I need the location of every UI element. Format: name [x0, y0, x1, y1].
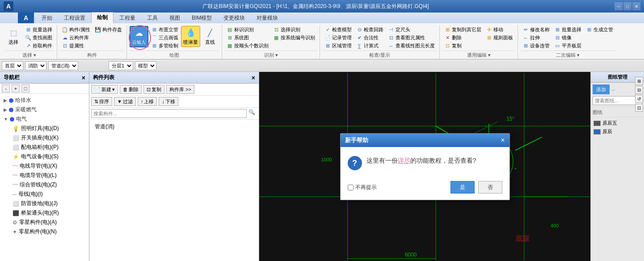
drawing-item-1[interactable]: 原辰五: [593, 119, 642, 127]
tab-bim[interactable]: BIM模型: [186, 13, 218, 23]
nav-item-distribution[interactable]: ⬜ 配电箱柜(电)(P): [2, 143, 87, 152]
btn-equip-connect-pipe[interactable]: ⊞ 设备连管: [521, 42, 551, 50]
floor-select[interactable]: 首层: [2, 61, 23, 70]
btn-modify-name[interactable]: ✏ 修改名称: [521, 26, 551, 34]
tab-quantity[interactable]: 工程量: [114, 13, 141, 23]
tab-quantity2[interactable]: 对量模块: [251, 13, 284, 23]
mode-select[interactable]: 模型: [135, 61, 156, 70]
nav-item-light[interactable]: 💡 照明灯具(电)(D): [2, 124, 87, 133]
app-button[interactable]: A: [18, 13, 34, 23]
btn-cloud-input[interactable]: ☁ 云输入: [130, 26, 148, 47]
btn-select-identify[interactable]: ⊡ 选择识别: [271, 26, 317, 34]
nav-tool-square[interactable]: □: [21, 84, 29, 93]
comp-search-input[interactable]: [91, 109, 247, 118]
btn-filter[interactable]: ▼ 过滤: [114, 97, 136, 106]
nav-item-tray[interactable]: 〰 综合管线(电)(Z): [2, 180, 87, 189]
distribution-icon: ⬜: [13, 144, 19, 151]
btn-sort[interactable]: ⇅ 排序: [91, 97, 112, 106]
btn-calc[interactable]: ∑ 计算式: [354, 42, 385, 50]
btn-view-line-len[interactable]: ↔ 查看线性图元长度: [386, 42, 437, 50]
btn-gen-pipe[interactable]: ⊞ 生成立管: [584, 26, 615, 34]
minimize-button[interactable]: ─: [615, 2, 623, 10]
btn-comp-attr[interactable]: 📋 构件/属性: [60, 26, 92, 34]
btn-add-drawing[interactable]: 添加: [593, 84, 610, 94]
tab-project-settings[interactable]: 工程设置: [58, 13, 91, 23]
btn-record-mgmt[interactable]: 📄 记录管理: [323, 34, 354, 42]
maximize-button[interactable]: □: [623, 2, 631, 10]
btn-multi-draw[interactable]: ⊞ 多管绘制: [149, 42, 180, 50]
btn-copy[interactable]: ⊡ 复制: [442, 42, 483, 50]
right-tool-3[interactable]: ↺: [635, 95, 643, 103]
btn-comp-save[interactable]: 💾 构件存盘: [93, 26, 124, 34]
no-remind-label[interactable]: 不再提示: [348, 184, 447, 191]
btn-legal[interactable]: ✔ 合法性: [354, 34, 385, 42]
nav-item-electric[interactable]: ▼ 电气: [2, 114, 87, 124]
btn-delete[interactable]: ✕ 删除: [442, 34, 483, 42]
btn-flat-board[interactable]: ▭ 平齐板层: [552, 42, 583, 50]
btn-view-elem-attr[interactable]: ⊡ 查看图元属性: [386, 34, 437, 42]
nav-item-heat[interactable]: ▶ 采暖燃气: [2, 105, 87, 114]
btn-ruler-head[interactable]: ⊣ 定尺头: [386, 26, 437, 34]
nav-item-cable[interactable]: 〰 电缆导管(电)(L): [2, 171, 87, 180]
btn-system-diagram[interactable]: ⊞ 系统图: [225, 34, 270, 42]
dialog-cancel-button[interactable]: 否: [478, 181, 502, 194]
pipe-select[interactable]: 管道(消): [48, 61, 78, 70]
system-select[interactable]: 消防: [25, 61, 46, 70]
layer-select[interactable]: 分层1: [109, 61, 133, 70]
electric-dot: [10, 117, 14, 122]
btn-comp-delete[interactable]: 🗑 删除: [120, 85, 142, 94]
btn-three-point-arc[interactable]: ⌒ 三点画弧: [149, 34, 180, 42]
drawing-item-2[interactable]: 原辰: [593, 127, 642, 136]
btn-get-attr[interactable]: ⊡ 提属性: [60, 42, 92, 50]
btn-stretch[interactable]: ↔ 拉伸: [521, 34, 551, 42]
btn-rule-panel[interactable]: ⊞ 规则面板: [484, 34, 515, 42]
nav-item-small-comp[interactable]: ⚙ 零星构件(电)(A): [2, 218, 87, 227]
tab-draw[interactable]: 绘制: [91, 12, 114, 23]
btn-move[interactable]: ✛ 移动: [484, 26, 515, 34]
btn-select-large[interactable]: ⬚ 选择: [4, 26, 22, 47]
dialog-confirm-button[interactable]: 是: [450, 181, 475, 194]
right-tool-4[interactable]: ⊡: [635, 104, 643, 112]
tab-start[interactable]: 开始: [36, 13, 58, 23]
btn-pick-component[interactable]: ↗ 拾取构件: [23, 42, 54, 50]
btn-copy-to-layer[interactable]: ⊞ 复制到其它层: [442, 26, 483, 34]
right-tool-2[interactable]: ⊟: [635, 86, 643, 94]
btn-follow-head-count[interactable]: ▦ 按顺头个数识别: [225, 42, 270, 50]
nav-tool-plus[interactable]: +: [12, 84, 20, 93]
nav-tool-minus[interactable]: -: [2, 84, 10, 93]
comp-list-item-pipe[interactable]: 管道(消): [91, 122, 257, 132]
right-tool-1[interactable]: ⊞: [635, 77, 643, 85]
btn-mirror[interactable]: ⊟ 镜像: [552, 34, 583, 42]
nav-item-switch[interactable]: ⬜ 开关插座(电)(K): [2, 133, 87, 143]
tab-view[interactable]: 视图: [164, 13, 186, 23]
nav-item-star[interactable]: ✦ 零星构件(电)(N): [2, 227, 87, 236]
nav-item-water[interactable]: ▶ 给排水: [2, 96, 87, 105]
modal-close-button[interactable]: ×: [501, 137, 505, 144]
btn-check-circuit[interactable]: ⊙ 检查回路: [354, 26, 385, 34]
btn-cloud-lib[interactable]: ☁ 云构件库: [60, 34, 92, 42]
btn-comp-library[interactable]: 构件库 >>: [166, 85, 194, 94]
btn-batch-select2[interactable]: ⊞ 批量选择: [552, 26, 583, 34]
btn-up[interactable]: ↑ 上移: [138, 97, 157, 106]
nav-item-conduit[interactable]: 〰 电线导管(电)(X): [2, 161, 87, 171]
btn-comp-copy[interactable]: ⊡ 复制: [143, 85, 164, 94]
nav-item-busbar[interactable]: ─ 母线(电)(I): [2, 189, 87, 199]
no-remind-checkbox[interactable]: [348, 185, 354, 190]
btn-down[interactable]: ↓ 下移: [159, 97, 178, 106]
btn-batch-select[interactable]: ⊞ 批量选择: [23, 26, 54, 34]
close-button[interactable]: ✕: [632, 2, 640, 10]
nav-item-ground[interactable]: ⬜ 防雷接地(电)(J): [2, 199, 87, 208]
btn-spray-highlight[interactable]: 💧 喷淋量: [181, 26, 200, 47]
tab-change[interactable]: 变更模块: [218, 13, 251, 23]
btn-zone-mgmt[interactable]: ⊞ 区域管理: [323, 42, 354, 50]
btn-check-model[interactable]: ✓ 检查模型: [323, 26, 354, 34]
btn-comp-new[interactable]: 📄 新建 ▾: [91, 85, 118, 94]
nav-item-bridge[interactable]: ⬛ 桥架通头(电)(R): [2, 208, 87, 218]
btn-mark-identify[interactable]: ▤ 标识识别: [225, 26, 270, 34]
tab-tools[interactable]: 工具: [141, 13, 164, 23]
btn-system-no-identify[interactable]: ▦ 按系统编号识别: [271, 34, 317, 42]
btn-arrange-pipe[interactable]: ⊞ 布置立管: [149, 26, 180, 34]
btn-find-draw[interactable]: 🔍 查找画图: [23, 34, 54, 42]
btn-line[interactable]: ╱ 直线: [201, 26, 219, 47]
nav-item-equip[interactable]: ⚡ 电气设备(电)(S): [2, 152, 87, 161]
